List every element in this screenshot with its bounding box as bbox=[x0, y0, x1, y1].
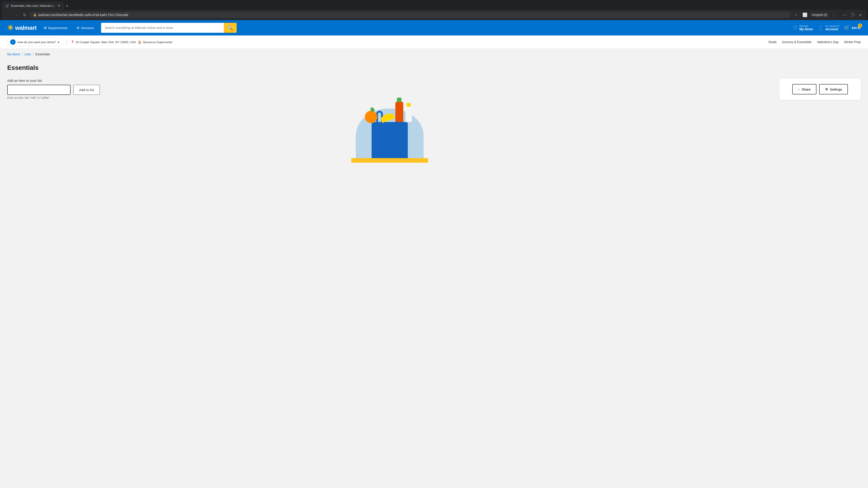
walmart-header: ✳ walmart ⊞ Departments ⊕ Services 🔍 ♡ R… bbox=[0, 20, 868, 35]
browser-toolbar: ← → ↻ 🔒 walmart.com/lists/WL/4ec86edb-ca… bbox=[2, 10, 866, 20]
page-title: Essentials bbox=[7, 64, 861, 71]
left-content: Add an item to your list Add to list Ent… bbox=[7, 78, 772, 163]
tab-title: Essentials | My Lists | Walmart.c... bbox=[11, 4, 56, 7]
account-action[interactable]: 👤 Hi, Lauren D Account bbox=[817, 25, 839, 31]
content-area: Add an item to your list Add to list Ent… bbox=[7, 78, 861, 163]
breadcrumb-lists[interactable]: Lists bbox=[24, 53, 31, 56]
breadcrumb-current: Essentials bbox=[35, 53, 50, 56]
location-pin-icon: 📍 bbox=[71, 40, 74, 44]
delivery-icon: ✓ bbox=[10, 39, 16, 45]
deals-link[interactable]: Deals bbox=[769, 40, 777, 44]
main-content: Essentials Add an item to your list Add … bbox=[0, 60, 868, 195]
add-to-list-button[interactable]: Add to list bbox=[73, 85, 100, 95]
delivery-label: How do you want your items? bbox=[18, 40, 56, 44]
back-button[interactable]: ← bbox=[4, 12, 11, 18]
store-icon: 🏠 bbox=[138, 40, 142, 44]
right-card: ↑ Share ⚙ Settings bbox=[779, 78, 861, 100]
departments-icon: ⊞ bbox=[44, 26, 47, 30]
departments-nav[interactable]: ⊞ Departments bbox=[42, 25, 69, 31]
walmart-logo[interactable]: ✳ walmart bbox=[7, 24, 37, 32]
spark-icon: ✳ bbox=[7, 24, 13, 32]
illustration-area bbox=[7, 108, 772, 163]
cart-badge-count: 3 bbox=[858, 24, 862, 28]
menu-button[interactable]: ⋮ bbox=[830, 11, 837, 18]
search-bar: 🔍 bbox=[101, 23, 237, 33]
account-icon: 👤 bbox=[817, 25, 824, 31]
reorder-text: Reorder My Items bbox=[800, 25, 813, 31]
right-panel: ↑ Share ⚙ Settings bbox=[779, 78, 861, 163]
new-tab-button[interactable]: + bbox=[64, 3, 70, 10]
location-info[interactable]: 📍 20 Cooper Square, New York, NY 10003, … bbox=[71, 40, 136, 44]
settings-label: Settings bbox=[830, 88, 842, 91]
delivery-selector[interactable]: ✓ How do you want your items? ▾ bbox=[7, 38, 62, 46]
share-label: Share bbox=[802, 88, 811, 91]
split-view-button[interactable]: ⬜ bbox=[801, 11, 809, 18]
breadcrumb-sep-2: / bbox=[33, 53, 34, 56]
maximize-button[interactable]: ❐ bbox=[849, 12, 856, 18]
toolbar-actions: ☆ ⬜ Incognito (2) ⋮ bbox=[793, 11, 837, 18]
tab-favicon: 🛒 bbox=[5, 4, 9, 8]
add-item-section: Add an item to your list Add to list Ent… bbox=[7, 78, 772, 99]
breadcrumb-my-items[interactable]: My items bbox=[7, 53, 20, 56]
reorder-label: Reorder bbox=[800, 25, 813, 27]
store-name: Secaucus Supercenter bbox=[143, 40, 173, 44]
add-item-row: Add to list bbox=[7, 85, 772, 95]
share-icon: ↑ bbox=[798, 88, 800, 91]
orange-fruit bbox=[365, 111, 377, 123]
address-text: 20 Cooper Square, New York, NY 10003, US… bbox=[76, 40, 136, 44]
add-item-label: Add an item to your list bbox=[7, 78, 772, 83]
yellow-band bbox=[351, 158, 428, 163]
cart-icon: 🛒 bbox=[844, 25, 850, 31]
grocery-essentials-link[interactable]: Grocery & Essentials bbox=[782, 40, 812, 44]
account-label: Account bbox=[825, 27, 839, 31]
tab-close-btn[interactable]: ✕ bbox=[57, 4, 60, 8]
nav-divider: | bbox=[66, 39, 67, 45]
account-greeting: Hi, Lauren D bbox=[825, 25, 839, 27]
header-actions: ♡ Reorder My Items 👤 Hi, Lauren D Accoun… bbox=[793, 25, 861, 31]
close-button[interactable]: ✕ bbox=[857, 12, 864, 18]
store-info[interactable]: 🏠 Secaucus Supercenter bbox=[138, 40, 173, 44]
heart-icon: ♡ bbox=[793, 25, 798, 31]
services-nav[interactable]: ⊕ Services bbox=[75, 25, 96, 31]
bookmark-button[interactable]: ☆ bbox=[793, 11, 800, 18]
share-button[interactable]: ↑ Share bbox=[792, 84, 817, 94]
wishlist-action[interactable]: ♡ Reorder My Items bbox=[793, 25, 813, 31]
url-text: walmart.com/lists/WL/4ec86edb-cad9-47d4-… bbox=[38, 13, 128, 17]
search-input[interactable] bbox=[101, 23, 224, 33]
sub-nav: ✓ How do you want your items? ▾ | 📍 20 C… bbox=[0, 35, 868, 49]
orange-bottle bbox=[395, 102, 403, 122]
shopping-bag bbox=[372, 122, 408, 163]
active-tab[interactable]: 🛒 Essentials | My Lists | Walmart.c... ✕ bbox=[2, 2, 64, 10]
incognito-badge: Incognito (2) bbox=[810, 13, 829, 17]
breadcrumb: My items / Lists / Essentials bbox=[0, 49, 868, 60]
input-hint: Enter an item, like "milk" or "coffee". bbox=[7, 96, 772, 99]
bottle-cap-green bbox=[397, 98, 401, 102]
lock-icon: 🔒 bbox=[33, 13, 37, 17]
my-items-label: My Items bbox=[800, 27, 813, 31]
logo-text: walmart bbox=[15, 24, 37, 31]
services-label: Services bbox=[81, 26, 94, 30]
chevron-down-icon: ▾ bbox=[58, 40, 59, 44]
account-text: Hi, Lauren D Account bbox=[825, 25, 839, 31]
grocery-illustration bbox=[351, 108, 428, 163]
address-bar[interactable]: 🔒 walmart.com/lists/WL/4ec86edb-cad9-47d… bbox=[30, 12, 791, 18]
services-icon: ⊕ bbox=[76, 26, 80, 30]
sub-nav-links: Deals Grocery & Essentials Valentine's D… bbox=[769, 40, 861, 44]
settings-icon: ⚙ bbox=[825, 87, 828, 91]
browser-tabs: 🛒 Essentials | My Lists | Walmart.c... ✕… bbox=[2, 2, 866, 10]
window-controls: — ❐ ✕ bbox=[841, 12, 864, 18]
browser-chrome: 🛒 Essentials | My Lists | Walmart.c... ✕… bbox=[0, 0, 868, 20]
winter-prep-link[interactable]: Winter Prep bbox=[844, 40, 861, 44]
forward-button[interactable]: → bbox=[13, 12, 20, 18]
valentines-link[interactable]: Valentine's Day bbox=[817, 40, 839, 44]
settings-button[interactable]: ⚙ Settings bbox=[819, 84, 848, 94]
minimize-button[interactable]: — bbox=[841, 12, 848, 18]
white-bottle bbox=[405, 106, 412, 122]
bottle-cap-yellow bbox=[407, 103, 411, 107]
departments-label: Departments bbox=[48, 26, 68, 30]
refresh-button[interactable]: ↻ bbox=[22, 11, 28, 18]
search-button[interactable]: 🔍 bbox=[224, 23, 237, 33]
add-item-input[interactable] bbox=[7, 85, 70, 95]
card-actions: ↑ Share ⚙ Settings bbox=[785, 84, 855, 94]
cart-action[interactable]: 🛒 3 $32.91 bbox=[844, 25, 861, 31]
